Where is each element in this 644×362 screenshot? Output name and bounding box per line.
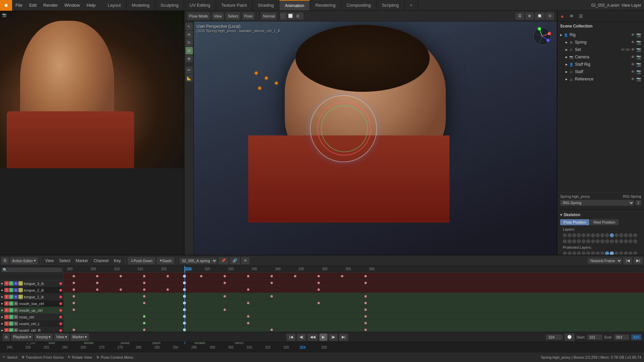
- pose-dropdown[interactable]: Pose: [242, 12, 255, 20]
- layer-dot-31[interactable]: [629, 239, 633, 243]
- layer-dot-20[interactable]: [577, 239, 581, 243]
- set-render[interactable]: 📷: [636, 47, 641, 52]
- start-frame-input[interactable]: 101: [587, 335, 602, 340]
- layer-dot-23[interactable]: [591, 239, 595, 243]
- track-expand-1[interactable]: ▸: [1, 281, 3, 286]
- track-expand-6[interactable]: ▸: [1, 315, 3, 319]
- scene-item-reference[interactable]: ▸ △ Reference 👁 📷: [563, 75, 644, 83]
- menu-render[interactable]: Render: [40, 0, 61, 10]
- current-frame-input[interactable]: 324: [546, 335, 562, 340]
- layer-dot-11[interactable]: [610, 233, 614, 237]
- tool-rotate[interactable]: ↻: [185, 39, 193, 46]
- tab-uv-editing[interactable]: UV Editing: [184, 0, 216, 10]
- stash-btn[interactable]: ✦ Stash: [157, 257, 174, 264]
- menu-file[interactable]: File: [12, 0, 26, 10]
- layer-dot-7[interactable]: [591, 233, 595, 237]
- rig-render[interactable]: 📷: [636, 33, 641, 37]
- layer-dot-32[interactable]: [633, 239, 637, 243]
- tab-compositing[interactable]: Compositing: [341, 0, 376, 10]
- track-expand-3[interactable]: ▸: [1, 295, 3, 299]
- tab-texture-paint[interactable]: Texture Paint: [216, 0, 253, 10]
- staffrig-render[interactable]: 📷: [636, 62, 641, 67]
- tool-annotate[interactable]: ✏: [185, 66, 193, 74]
- solid-shading[interactable]: ⬛: [280, 12, 287, 20]
- ref-visibility[interactable]: 👁: [631, 77, 635, 81]
- gizmo-btn[interactable]: ⊕: [525, 12, 534, 20]
- layer-dot-12[interactable]: [614, 233, 619, 237]
- ref-render[interactable]: 📷: [636, 77, 641, 81]
- ae-nav-prev[interactable]: |◀: [623, 257, 632, 264]
- layer-dot-29[interactable]: [619, 239, 623, 243]
- ae-menu-marker[interactable]: Marker: [74, 255, 90, 266]
- ae-nav-next[interactable]: ▶|: [634, 257, 643, 264]
- layer-dot-26[interactable]: [605, 239, 609, 243]
- layer-dot-13[interactable]: [619, 233, 623, 237]
- track-expand-5[interactable]: ▸: [1, 308, 3, 312]
- play-btn[interactable]: ▶: [319, 334, 327, 341]
- tool-scale[interactable]: ⊞: [185, 47, 193, 54]
- staffrig-visibility[interactable]: 👁: [631, 62, 635, 67]
- scene-item-rig[interactable]: ▸ 👤 Rig 👁 📷: [557, 31, 644, 39]
- spring-visibility[interactable]: 👁: [631, 40, 635, 45]
- layer-dot-22[interactable]: [586, 239, 590, 243]
- marker-playback-dropdown[interactable]: Marker ▾: [70, 334, 89, 341]
- view-playback-dropdown[interactable]: View ▾: [54, 334, 69, 341]
- camera-render[interactable]: 📷: [636, 55, 641, 59]
- tab-animation[interactable]: Animation: [279, 0, 310, 10]
- tab-scripting[interactable]: Scripting: [376, 0, 405, 10]
- ae-menu-select[interactable]: Select: [57, 255, 72, 266]
- rig-name-select[interactable]: RIG-Spring: [560, 200, 634, 206]
- layer-dot-30[interactable]: [624, 239, 628, 243]
- playback-engine-btn[interactable]: ⊙: [3, 334, 10, 341]
- layer-dot-25[interactable]: [600, 239, 604, 243]
- rest-position-btn[interactable]: Rest Position: [590, 219, 619, 225]
- rp-icon-filter[interactable]: ☰: [576, 11, 586, 21]
- scene-item-set[interactable]: ▸ □ Set 99 39t 👁 📷: [563, 46, 644, 53]
- tool-transform[interactable]: ⊕: [185, 55, 193, 62]
- rig-visibility[interactable]: 👁: [631, 33, 635, 37]
- rendered-shading[interactable]: ◎: [296, 12, 304, 20]
- action-link-btn[interactable]: 🔗: [230, 257, 240, 264]
- layer-dot-14[interactable]: [624, 233, 628, 237]
- tab-sculpting[interactable]: Sculpting: [155, 0, 184, 10]
- track-search-input[interactable]: [1, 267, 62, 272]
- tool-measure[interactable]: 📐: [185, 74, 193, 82]
- tab-shading[interactable]: Shading: [253, 0, 280, 10]
- layer-dot-6[interactable]: [586, 233, 590, 237]
- layer-dot-15[interactable]: [629, 233, 633, 237]
- ae-menu-channel[interactable]: Channel: [92, 255, 111, 266]
- step-fwd-btn[interactable]: |▶: [329, 334, 338, 341]
- editor-type-dropdown[interactable]: ☰: [1, 257, 9, 264]
- layer-dot-10[interactable]: [605, 233, 609, 237]
- view-dropdown[interactable]: View: [212, 12, 224, 20]
- select-dropdown[interactable]: Select: [226, 12, 240, 20]
- push-down-btn[interactable]: ⤓ Push Down: [128, 257, 155, 264]
- rp-icon-view[interactable]: 👁: [567, 11, 576, 21]
- shading-dropdown[interactable]: Normal: [261, 12, 277, 20]
- action-close-btn[interactable]: ✕: [241, 257, 250, 264]
- overlay-btn[interactable]: ☰: [516, 12, 524, 20]
- layer-dot-3[interactable]: [572, 233, 576, 237]
- layer-dot-1[interactable]: [563, 233, 567, 237]
- scene-item-staff[interactable]: ▸ □ Staff 👁 📷: [563, 68, 644, 75]
- staff-render[interactable]: 📷: [636, 69, 641, 74]
- jump-to-end-btn[interactable]: ▶|: [339, 334, 348, 341]
- layer-dot-27[interactable]: [610, 239, 614, 243]
- layer-dot-16[interactable]: [633, 233, 637, 237]
- snap-btn[interactable]: 🔲: [535, 12, 545, 20]
- layer-dot-18[interactable]: [568, 239, 572, 243]
- layer-dot-5[interactable]: [582, 233, 586, 237]
- pose-mode-dropdown[interactable]: Pose Mode: [187, 12, 210, 20]
- pose-position-btn[interactable]: Pose Position: [560, 219, 589, 225]
- tab-rendering[interactable]: Rendering: [310, 0, 341, 10]
- menu-help[interactable]: Help: [83, 0, 99, 10]
- track-expand-7[interactable]: ▸: [1, 321, 3, 326]
- track-expand-2[interactable]: ▸: [1, 288, 3, 292]
- rp-icon-scene[interactable]: 🔺: [557, 11, 567, 21]
- tool-cursor[interactable]: ↖: [185, 23, 193, 30]
- keying-dropdown[interactable]: Keying ▾: [35, 334, 53, 341]
- scene-item-spring[interactable]: ▸ ⊙ Spring 👁 📷: [563, 39, 644, 46]
- ae-menu-key[interactable]: Key: [112, 255, 123, 266]
- step-back-btn[interactable]: ◀|: [297, 334, 306, 341]
- tab-modeling[interactable]: Modeling: [126, 0, 155, 10]
